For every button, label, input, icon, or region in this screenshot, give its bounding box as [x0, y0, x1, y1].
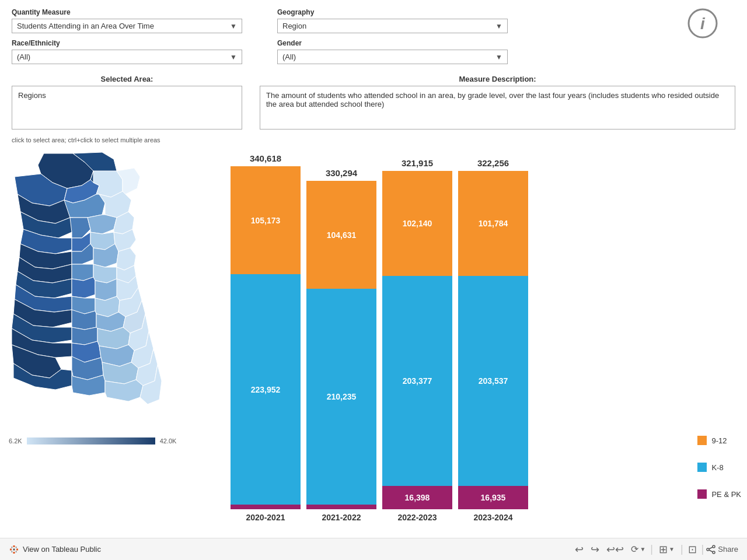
bar-total-2020-2021: 340,618: [250, 153, 281, 163]
bar-year-label-2020-2021: 2020-2021: [246, 513, 285, 522]
bar-group-2022-2023[interactable]: 321,915102,140203,37716,3982022-2023: [382, 158, 452, 522]
svg-rect-5: [16, 548, 18, 550]
chart-legend: 9-12 K-8 PE & PK: [689, 436, 741, 522]
bar-segment-2021-2022-K-8[interactable]: 210,235: [306, 289, 376, 505]
bar-stack-2023-2024: 101,784203,53716,935: [458, 171, 528, 509]
bar-total-2021-2022: 330,294: [326, 168, 357, 178]
area-box[interactable]: Regions: [12, 86, 242, 130]
bar-group-2021-2022[interactable]: 330,294104,631210,2352021-2022: [306, 168, 376, 522]
map-section[interactable]: 6.2K 42.0K: [6, 148, 225, 489]
share-label: Share: [718, 545, 738, 554]
svg-rect-3: [13, 552, 15, 554]
legend-swatch-k8: [697, 463, 707, 472]
svg-line-14: [709, 547, 713, 549]
tableau-link-text: View on Tableau Public: [23, 545, 101, 554]
map-legend-gradient: [27, 438, 155, 444]
bar-segment-2021-2022-PE-&-PK[interactable]: [306, 505, 376, 509]
chicago-map[interactable]: [9, 148, 216, 433]
bar-year-label-2023-2024: 2023-2024: [474, 513, 513, 522]
bar-segment-2020-2021-K-8[interactable]: 223,952: [231, 274, 301, 505]
bar-segment-2023-2024-9-12[interactable]: 101,784: [458, 171, 528, 276]
svg-rect-10: [16, 551, 18, 552]
map-legend: 6.2K 42.0K: [9, 435, 222, 444]
bar-total-2022-2023: 321,915: [402, 158, 433, 168]
bar-segment-2023-2024-PE-&-PK[interactable]: 16,935: [458, 486, 528, 509]
bar-year-label-2021-2022: 2021-2022: [322, 513, 361, 522]
bar-stack-2022-2023: 102,140203,37716,398: [382, 171, 452, 509]
share-icon: [706, 545, 715, 554]
quantity-measure-value: Students Attending in an Area Over Time: [17, 22, 154, 30]
info-icon[interactable]: i: [687, 8, 718, 40]
legend-item-9-12: 9-12: [697, 436, 741, 445]
divider-1: |: [650, 543, 653, 555]
measure-description-text: The amount of students who attended scho…: [266, 91, 719, 108]
gender-value: (All): [282, 52, 296, 61]
svg-text:i: i: [700, 15, 706, 33]
bar-stack-2020-2021: 105,173223,952: [231, 166, 301, 509]
undo-all-button[interactable]: ↩↩: [604, 542, 626, 557]
measure-description-section: Measure Description: The amount of stude…: [260, 75, 735, 130]
divider-2: |: [680, 543, 683, 555]
geography-label: Geography: [277, 8, 508, 16]
selected-area-section: Selected Area: Regions: [12, 75, 242, 130]
svg-rect-7: [11, 547, 13, 548]
divider-3: |: [701, 543, 704, 555]
measure-description-label: Measure Description:: [260, 75, 735, 83]
legend-label-k8: K-8: [711, 463, 723, 472]
selected-area-label: Selected Area:: [12, 75, 242, 83]
geography-select[interactable]: Region ▼: [277, 19, 508, 33]
legend-label-9-12: 9-12: [711, 436, 727, 445]
bar-segment-2020-2021-PE-&-PK[interactable]: [231, 505, 301, 509]
geography-group: Geography Region ▼: [277, 8, 508, 33]
bar-segment-2022-2023-PE-&-PK[interactable]: 16,398: [382, 486, 452, 509]
bar-segment-2022-2023-K-8[interactable]: 203,377: [382, 276, 452, 486]
gender-select[interactable]: (All) ▼: [277, 50, 508, 64]
svg-rect-2: [13, 545, 15, 547]
svg-rect-8: [16, 547, 18, 548]
legend-label-pepk: PE & PK: [711, 490, 741, 499]
bar-group-2020-2021[interactable]: 340,618105,173223,9522020-2021: [231, 153, 301, 522]
geography-chevron: ▼: [495, 22, 502, 30]
bottom-actions: ↩ ↪ ↩↩ ⟳ ▼ | ⊞ ▼ | ⊡ | Share: [573, 542, 738, 557]
refresh-button[interactable]: ⟳ ▼: [629, 542, 648, 556]
click-hint: click to select area; ctrl+click to sele…: [0, 134, 747, 145]
svg-point-13: [707, 548, 709, 551]
tableau-logo-icon: [9, 544, 19, 555]
svg-line-15: [709, 550, 713, 552]
quantity-measure-select[interactable]: Students Attending in an Area Over Time …: [12, 19, 242, 33]
race-ethnicity-group: Race/Ethnicity (All) ▼: [12, 39, 242, 64]
tableau-link[interactable]: View on Tableau Public: [9, 544, 101, 555]
bar-year-label-2022-2023: 2022-2023: [398, 513, 437, 522]
measure-text-box: The amount of students who attended scho…: [260, 86, 735, 130]
svg-point-12: [713, 551, 715, 554]
svg-rect-9: [11, 551, 13, 552]
view-options-button[interactable]: ⊞ ▼: [655, 542, 678, 557]
bar-stack-2021-2022: 104,631210,235: [306, 181, 376, 509]
svg-point-11: [713, 545, 715, 548]
bar-segment-2022-2023-9-12[interactable]: 102,140: [382, 171, 452, 276]
race-ethnicity-select[interactable]: (All) ▼: [12, 50, 242, 64]
bottom-bar: View on Tableau Public ↩ ↪ ↩↩ ⟳ ▼ | ⊞ ▼ …: [0, 538, 747, 560]
undo-button[interactable]: ↩: [573, 542, 586, 557]
bar-segment-2023-2024-K-8[interactable]: 203,537: [458, 276, 528, 486]
download-button[interactable]: ⊡: [686, 542, 699, 557]
gender-label: Gender: [277, 39, 508, 47]
legend-item-pepk: PE & PK: [697, 489, 741, 499]
area-box-title: Regions: [18, 91, 236, 100]
race-ethnicity-value: (All): [17, 52, 30, 61]
quantity-measure-label: Quantity Measure: [12, 8, 242, 16]
bar-group-2023-2024[interactable]: 322,256101,784203,53716,9352023-2024: [458, 158, 528, 522]
legend-item-k8: K-8: [697, 463, 741, 472]
bar-segment-2021-2022-9-12[interactable]: 104,631: [306, 181, 376, 289]
quantity-measure-group: Quantity Measure Students Attending in a…: [12, 8, 242, 33]
redo-button[interactable]: ↪: [588, 542, 602, 557]
quantity-measure-chevron: ▼: [230, 22, 237, 30]
legend-swatch-pepk: [697, 489, 707, 499]
share-button[interactable]: Share: [706, 545, 738, 554]
chart-section: 340,618105,173223,9522020-2021330,294104…: [225, 148, 747, 489]
svg-rect-6: [13, 548, 15, 550]
svg-rect-4: [10, 548, 12, 550]
race-ethnicity-chevron: ▼: [230, 53, 237, 61]
gender-group: Gender (All) ▼: [277, 39, 508, 64]
bar-segment-2020-2021-9-12[interactable]: 105,173: [231, 166, 301, 274]
